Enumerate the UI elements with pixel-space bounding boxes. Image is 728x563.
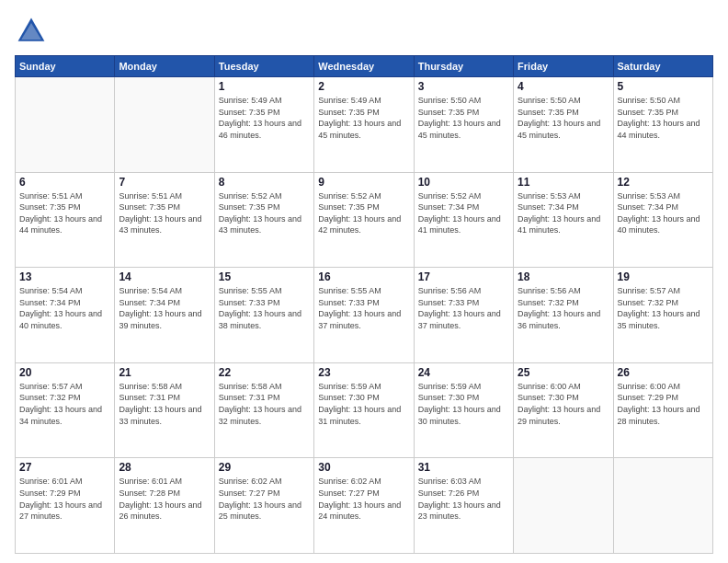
day-info: Sunrise: 5:50 AM Sunset: 7:35 PM Dayligh…	[618, 95, 709, 141]
day-info: Sunrise: 5:59 AM Sunset: 7:30 PM Dayligh…	[318, 381, 409, 427]
calendar-cell: 15Sunrise: 5:55 AM Sunset: 7:33 PM Dayli…	[214, 268, 313, 363]
day-number: 2	[318, 80, 409, 93]
day-info: Sunrise: 6:02 AM Sunset: 7:27 PM Dayligh…	[219, 476, 310, 522]
calendar-cell: 10Sunrise: 5:52 AM Sunset: 7:34 PM Dayli…	[414, 172, 513, 268]
day-info: Sunrise: 5:52 AM Sunset: 7:35 PM Dayligh…	[219, 190, 310, 236]
day-info: Sunrise: 5:56 AM Sunset: 7:33 PM Dayligh…	[418, 285, 509, 331]
day-number: 20	[19, 366, 110, 379]
week-row-4: 20Sunrise: 5:57 AM Sunset: 7:32 PM Dayli…	[16, 362, 713, 458]
day-info: Sunrise: 5:54 AM Sunset: 7:34 PM Dayligh…	[119, 285, 210, 331]
day-info: Sunrise: 5:57 AM Sunset: 7:32 PM Dayligh…	[19, 381, 110, 427]
logo	[15, 15, 51, 48]
calendar-cell: 22Sunrise: 5:58 AM Sunset: 7:31 PM Dayli…	[214, 362, 313, 458]
calendar-cell	[115, 77, 214, 173]
calendar-cell: 3Sunrise: 5:50 AM Sunset: 7:35 PM Daylig…	[414, 77, 513, 173]
calendar-cell: 16Sunrise: 5:55 AM Sunset: 7:33 PM Dayli…	[314, 268, 414, 363]
calendar-cell: 18Sunrise: 5:56 AM Sunset: 7:32 PM Dayli…	[514, 268, 613, 363]
day-info: Sunrise: 5:58 AM Sunset: 7:31 PM Dayligh…	[119, 381, 210, 427]
day-info: Sunrise: 5:54 AM Sunset: 7:34 PM Dayligh…	[19, 285, 110, 331]
calendar-cell: 1Sunrise: 5:49 AM Sunset: 7:35 PM Daylig…	[214, 77, 313, 173]
week-row-5: 27Sunrise: 6:01 AM Sunset: 7:29 PM Dayli…	[16, 458, 713, 554]
day-number: 8	[219, 176, 310, 189]
calendar-cell: 31Sunrise: 6:03 AM Sunset: 7:26 PM Dayli…	[414, 458, 513, 554]
day-number: 19	[618, 270, 709, 283]
calendar-cell: 29Sunrise: 6:02 AM Sunset: 7:27 PM Dayli…	[214, 458, 313, 554]
calendar-cell: 19Sunrise: 5:57 AM Sunset: 7:32 PM Dayli…	[613, 268, 712, 363]
calendar-cell: 7Sunrise: 5:51 AM Sunset: 7:35 PM Daylig…	[115, 172, 214, 268]
weekday-header-tuesday: Tuesday	[214, 56, 313, 77]
calendar-cell: 12Sunrise: 5:53 AM Sunset: 7:34 PM Dayli…	[613, 172, 712, 268]
calendar-cell: 17Sunrise: 5:56 AM Sunset: 7:33 PM Dayli…	[414, 268, 513, 363]
day-info: Sunrise: 5:56 AM Sunset: 7:32 PM Dayligh…	[518, 285, 609, 331]
calendar-cell: 2Sunrise: 5:49 AM Sunset: 7:35 PM Daylig…	[314, 77, 414, 173]
day-number: 16	[318, 270, 409, 283]
calendar-cell	[514, 458, 613, 554]
day-number: 5	[618, 80, 709, 93]
weekday-header-sunday: Sunday	[16, 56, 115, 77]
day-number: 29	[219, 461, 310, 474]
logo-icon	[15, 15, 48, 48]
calendar-body: 1Sunrise: 5:49 AM Sunset: 7:35 PM Daylig…	[16, 77, 713, 554]
calendar-cell: 30Sunrise: 6:02 AM Sunset: 7:27 PM Dayli…	[314, 458, 414, 554]
week-row-2: 6Sunrise: 5:51 AM Sunset: 7:35 PM Daylig…	[16, 172, 713, 268]
calendar-cell: 26Sunrise: 6:00 AM Sunset: 7:29 PM Dayli…	[613, 362, 712, 458]
day-info: Sunrise: 6:03 AM Sunset: 7:26 PM Dayligh…	[418, 476, 509, 522]
day-info: Sunrise: 5:58 AM Sunset: 7:31 PM Dayligh…	[219, 381, 310, 427]
day-info: Sunrise: 5:49 AM Sunset: 7:35 PM Dayligh…	[219, 95, 310, 141]
weekday-header-saturday: Saturday	[613, 56, 712, 77]
calendar-cell: 24Sunrise: 5:59 AM Sunset: 7:30 PM Dayli…	[414, 362, 513, 458]
day-number: 26	[618, 366, 709, 379]
day-info: Sunrise: 5:55 AM Sunset: 7:33 PM Dayligh…	[219, 285, 310, 331]
page: SundayMondayTuesdayWednesdayThursdayFrid…	[0, 0, 728, 563]
day-info: Sunrise: 5:55 AM Sunset: 7:33 PM Dayligh…	[318, 285, 409, 331]
calendar-cell: 20Sunrise: 5:57 AM Sunset: 7:32 PM Dayli…	[16, 362, 115, 458]
calendar-cell: 4Sunrise: 5:50 AM Sunset: 7:35 PM Daylig…	[514, 77, 613, 173]
calendar-cell: 9Sunrise: 5:52 AM Sunset: 7:35 PM Daylig…	[314, 172, 414, 268]
day-info: Sunrise: 5:51 AM Sunset: 7:35 PM Dayligh…	[19, 190, 110, 236]
calendar-cell: 25Sunrise: 6:00 AM Sunset: 7:30 PM Dayli…	[514, 362, 613, 458]
calendar-cell: 11Sunrise: 5:53 AM Sunset: 7:34 PM Dayli…	[514, 172, 613, 268]
day-number: 7	[119, 176, 210, 189]
day-number: 31	[418, 461, 509, 474]
day-number: 12	[618, 176, 709, 189]
calendar-cell: 23Sunrise: 5:59 AM Sunset: 7:30 PM Dayli…	[314, 362, 414, 458]
day-info: Sunrise: 6:00 AM Sunset: 7:30 PM Dayligh…	[518, 381, 609, 427]
day-info: Sunrise: 5:50 AM Sunset: 7:35 PM Dayligh…	[518, 95, 609, 141]
calendar-cell: 8Sunrise: 5:52 AM Sunset: 7:35 PM Daylig…	[214, 172, 313, 268]
day-info: Sunrise: 5:52 AM Sunset: 7:34 PM Dayligh…	[418, 190, 509, 236]
day-number: 28	[119, 461, 210, 474]
day-info: Sunrise: 5:51 AM Sunset: 7:35 PM Dayligh…	[119, 190, 210, 236]
day-number: 1	[219, 80, 310, 93]
header	[15, 15, 713, 48]
weekday-header-friday: Friday	[514, 56, 613, 77]
day-number: 6	[19, 176, 110, 189]
calendar-cell: 13Sunrise: 5:54 AM Sunset: 7:34 PM Dayli…	[16, 268, 115, 363]
day-number: 13	[19, 270, 110, 283]
calendar-cell: 5Sunrise: 5:50 AM Sunset: 7:35 PM Daylig…	[613, 77, 712, 173]
day-number: 30	[318, 461, 409, 474]
day-number: 25	[518, 366, 609, 379]
week-row-1: 1Sunrise: 5:49 AM Sunset: 7:35 PM Daylig…	[16, 77, 713, 173]
day-number: 27	[19, 461, 110, 474]
calendar-cell: 27Sunrise: 6:01 AM Sunset: 7:29 PM Dayli…	[16, 458, 115, 554]
calendar-header: SundayMondayTuesdayWednesdayThursdayFrid…	[16, 56, 713, 77]
day-info: Sunrise: 6:01 AM Sunset: 7:29 PM Dayligh…	[19, 476, 110, 522]
calendar-cell: 28Sunrise: 6:01 AM Sunset: 7:28 PM Dayli…	[115, 458, 214, 554]
weekday-header-row: SundayMondayTuesdayWednesdayThursdayFrid…	[16, 56, 713, 77]
calendar-cell	[613, 458, 712, 554]
calendar-cell: 21Sunrise: 5:58 AM Sunset: 7:31 PM Dayli…	[115, 362, 214, 458]
day-info: Sunrise: 6:00 AM Sunset: 7:29 PM Dayligh…	[618, 381, 709, 427]
weekday-header-thursday: Thursday	[414, 56, 513, 77]
day-info: Sunrise: 5:57 AM Sunset: 7:32 PM Dayligh…	[618, 285, 709, 331]
day-info: Sunrise: 5:53 AM Sunset: 7:34 PM Dayligh…	[518, 190, 609, 236]
day-info: Sunrise: 6:02 AM Sunset: 7:27 PM Dayligh…	[318, 476, 409, 522]
day-number: 14	[119, 270, 210, 283]
day-info: Sunrise: 5:50 AM Sunset: 7:35 PM Dayligh…	[418, 95, 509, 141]
day-number: 4	[518, 80, 609, 93]
calendar-cell: 14Sunrise: 5:54 AM Sunset: 7:34 PM Dayli…	[115, 268, 214, 363]
day-number: 11	[518, 176, 609, 189]
calendar-cell	[16, 77, 115, 173]
day-info: Sunrise: 5:59 AM Sunset: 7:30 PM Dayligh…	[418, 381, 509, 427]
day-number: 15	[219, 270, 310, 283]
weekday-header-wednesday: Wednesday	[314, 56, 414, 77]
